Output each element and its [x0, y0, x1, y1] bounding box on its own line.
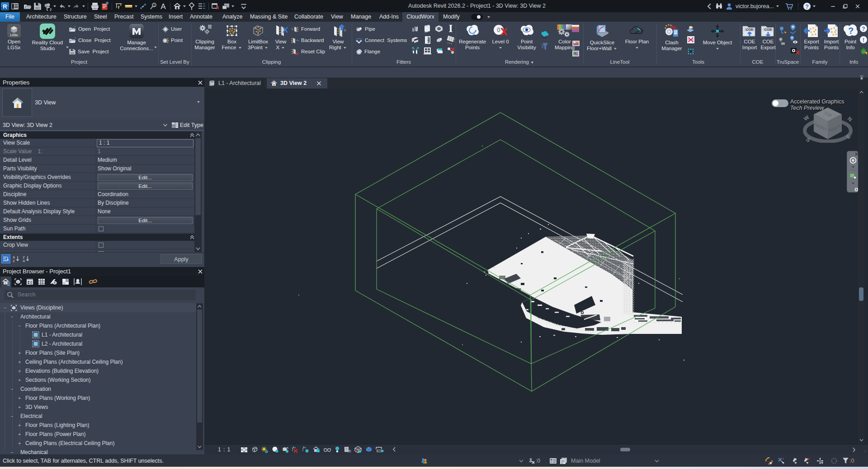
svg-text:N: N — [846, 116, 854, 123]
svg-text:COE: COE — [764, 28, 772, 32]
svg-text:0: 0 — [497, 26, 500, 33]
svg-text:?: ? — [848, 26, 854, 36]
svg-text:LGSx: LGSx — [10, 33, 18, 37]
svg-text:W: W — [802, 114, 811, 122]
svg-text:?: ? — [862, 26, 865, 32]
svg-text:A: A — [23, 259, 25, 263]
svg-text:Z: Z — [13, 259, 15, 263]
svg-text:R: R — [3, 3, 7, 10]
svg-text:COE: COE — [745, 28, 754, 32]
svg-text:S: S — [805, 136, 811, 143]
svg-text:!: ! — [863, 37, 864, 43]
svg-text:X: X — [344, 28, 346, 33]
